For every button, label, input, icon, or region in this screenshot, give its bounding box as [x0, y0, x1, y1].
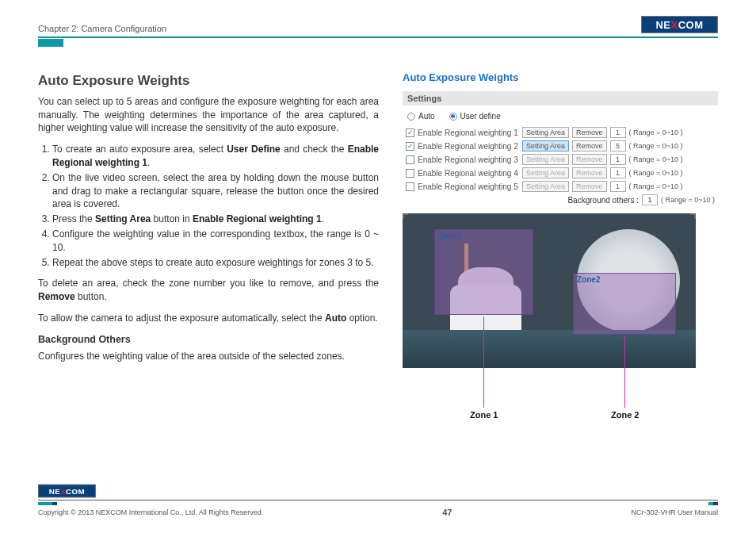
video-preview[interactable]: Zone1 Zone2 — [403, 213, 696, 368]
step-2: On the live video screen, select the are… — [52, 171, 379, 211]
logo-text-pre: NE — [655, 19, 670, 31]
callout-line-2 — [624, 336, 625, 408]
weighting-row-1: Enable Regional weighting 1Setting AreaR… — [406, 127, 715, 138]
checkbox-weighting-3[interactable] — [406, 155, 414, 164]
header-tab — [38, 39, 63, 47]
setting-area-button-5: Setting Area — [522, 181, 569, 192]
header-rule — [38, 36, 718, 38]
bg-others-value[interactable]: 1 — [642, 194, 658, 205]
intro-text: You can select up to 5 areas and configu… — [38, 95, 379, 135]
setting-area-button-2[interactable]: Setting Area — [522, 140, 569, 151]
footer-flags — [38, 502, 718, 505]
page-number: 47 — [442, 508, 452, 517]
weighting-label-2: Enable Regional weighting 2 — [418, 142, 519, 151]
radio-auto[interactable]: Auto — [407, 112, 435, 121]
panel-title: Auto Exposure Weights — [403, 71, 718, 83]
footer-logo: NEXCOM — [38, 485, 96, 498]
weighting-value-4[interactable]: 1 — [610, 167, 626, 178]
remove-button-5: Remove — [572, 181, 607, 192]
weighting-value-5[interactable]: 1 — [610, 181, 626, 192]
weighting-row-3: Enable Regional weighting 3Setting AreaR… — [406, 154, 715, 165]
weighting-value-1[interactable]: 1 — [610, 127, 626, 138]
weighting-label-5: Enable Regional weighting 5 — [418, 182, 519, 191]
checkbox-weighting-1[interactable] — [406, 128, 414, 137]
remove-button-1[interactable]: Remove — [572, 127, 607, 138]
logo-text-x: X — [671, 19, 678, 31]
radio-user-define[interactable]: User define — [449, 112, 501, 121]
bg-others-title: Background Others — [38, 333, 379, 347]
weighting-value-2[interactable]: 5 — [610, 140, 626, 151]
bg-others-label: Background others : — [567, 196, 639, 205]
zone-2-label: Zone2 — [577, 275, 600, 284]
radio-auto-label: Auto — [418, 112, 435, 121]
logo-text-post: COM — [678, 19, 704, 31]
step-4: Configure the weighting value in the cor… — [52, 228, 379, 255]
manual-name: NCr-302-VHR User Manual — [631, 508, 718, 516]
weighting-label-4: Enable Regional weighting 4 — [418, 169, 519, 178]
step-1: To create an auto exposure area, select … — [52, 143, 379, 170]
weighting-range-1: ( Range = 0~10 ) — [629, 128, 683, 136]
setting-area-button-4: Setting Area — [522, 167, 569, 178]
zone-2-box[interactable]: Zone2 — [573, 273, 676, 335]
checkbox-weighting-2[interactable] — [406, 142, 414, 151]
bg-others-text: Configures the weighting value of the ar… — [38, 350, 379, 363]
step-5: Repeat the above steps to create auto ex… — [52, 256, 379, 270]
step-3: Press the Setting Area button in Enable … — [52, 213, 379, 226]
delete-note: To delete an area, check the zone number… — [38, 277, 379, 304]
remove-button-3: Remove — [572, 154, 607, 165]
zone-2-caption: Zone 2 — [611, 410, 639, 420]
footer-rule — [38, 500, 718, 500]
settings-header: Settings — [403, 91, 718, 105]
setting-area-button-3: Setting Area — [522, 154, 569, 165]
checkbox-weighting-4[interactable] — [406, 169, 414, 178]
preview-desk — [403, 330, 696, 368]
remove-button-4: Remove — [572, 167, 607, 178]
radio-userdef-label: User define — [460, 112, 501, 121]
radio-userdef-dot — [449, 113, 457, 121]
weighting-row-4: Enable Regional weighting 4Setting AreaR… — [406, 167, 715, 178]
remove-button-2[interactable]: Remove — [572, 140, 607, 151]
weighting-label-3: Enable Regional weighting 3 — [418, 155, 519, 164]
corner-icon — [403, 213, 408, 219]
copyright: Copyright © 2013 NEXCOM International Co… — [38, 508, 263, 516]
page-title: Auto Exposure Weights — [38, 71, 379, 90]
brand-logo: NEXCOM — [641, 16, 718, 33]
weighting-range-2: ( Range = 0~10 ) — [629, 142, 683, 150]
auto-note: To allow the camera to adjust the exposu… — [38, 312, 379, 325]
zone-1-box[interactable]: Zone1 — [434, 229, 533, 315]
weighting-range-3: ( Range = 0~10 ) — [629, 155, 683, 163]
chapter-label: Chapter 2: Camera Configuration — [38, 24, 166, 33]
zone-1-label: Zone1 — [438, 232, 461, 240]
zone-1-caption: Zone 1 — [470, 410, 498, 420]
checkbox-weighting-5[interactable] — [406, 182, 414, 191]
callout-line-1 — [483, 316, 484, 408]
bg-others-range: ( Range = 0~10 ) — [661, 196, 715, 204]
weighting-range-5: ( Range = 0~10 ) — [629, 182, 683, 190]
setting-area-button-1[interactable]: Setting Area — [522, 127, 569, 138]
weighting-row-5: Enable Regional weighting 5Setting AreaR… — [406, 181, 715, 192]
radio-auto-dot — [407, 113, 415, 121]
corner-icon — [690, 213, 696, 219]
weighting-row-2: Enable Regional weighting 2Setting AreaR… — [406, 140, 715, 151]
weighting-range-4: ( Range = 0~10 ) — [629, 169, 683, 177]
weighting-label-1: Enable Regional weighting 1 — [418, 128, 519, 137]
weighting-value-3[interactable]: 1 — [610, 154, 626, 165]
